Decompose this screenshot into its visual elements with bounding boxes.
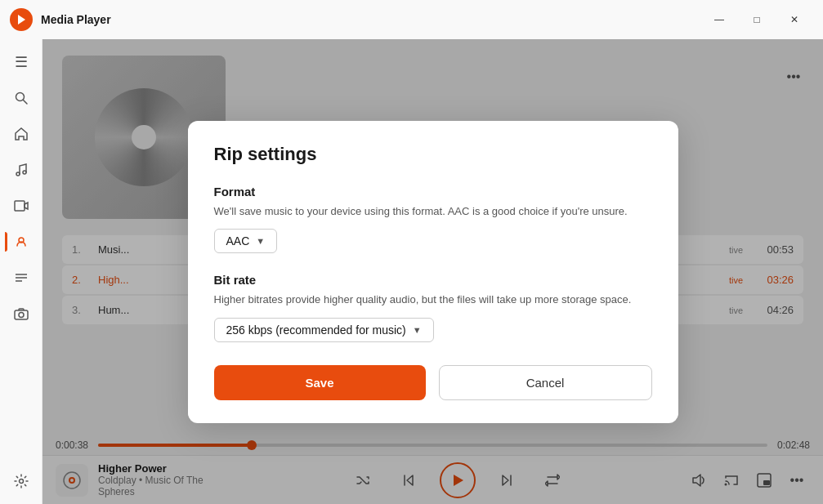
maximize-button[interactable]: □	[738, 7, 776, 33]
format-dropdown-arrow: ▼	[256, 236, 265, 246]
camera-icon	[14, 306, 29, 321]
search-icon	[14, 91, 29, 105]
format-select[interactable]: AAC ▼	[214, 229, 278, 253]
sidebar-item-hamburger[interactable]: ☰	[5, 46, 38, 78]
cancel-button[interactable]: Cancel	[439, 365, 652, 400]
sidebar-item-camera[interactable]	[5, 297, 38, 330]
modal-title: Rip settings	[214, 144, 652, 165]
window-controls: — □ ✕	[700, 7, 813, 33]
modal-actions: Save Cancel	[214, 365, 652, 400]
sidebar-item-search[interactable]	[5, 82, 38, 114]
rip-settings-modal: Rip settings Format We'll save music to …	[188, 121, 678, 423]
close-button[interactable]: ✕	[776, 7, 813, 33]
video-icon	[14, 198, 29, 213]
save-button[interactable]: Save	[214, 365, 426, 400]
app-title: Media Player	[41, 13, 700, 26]
svg-point-11	[19, 313, 24, 318]
bitrate-selected-value: 256 kbps (recommended for music)	[226, 323, 406, 337]
app-logo	[10, 8, 33, 31]
podcasts-icon	[14, 234, 29, 249]
bitrate-label: Bit rate	[214, 273, 652, 287]
svg-line-2	[23, 100, 27, 105]
minimize-button[interactable]: —	[700, 7, 738, 33]
svg-point-12	[19, 479, 23, 484]
sidebar-item-settings[interactable]	[5, 465, 38, 497]
bitrate-description: Higher bitrates provide higher quality a…	[214, 292, 652, 308]
content-area: Music Of The Spheres ••• 1. Musi... tive…	[42, 39, 823, 504]
svg-marker-0	[18, 15, 25, 25]
sidebar-item-music[interactable]	[5, 154, 38, 186]
svg-rect-5	[15, 201, 25, 211]
format-description: We'll save music to your device using th…	[214, 203, 652, 220]
format-selected-value: AAC	[226, 234, 250, 248]
music-icon	[14, 163, 29, 177]
settings-icon	[14, 474, 29, 488]
app-window: Media Player — □ ✕ ☰	[0, 0, 823, 504]
home-icon	[14, 127, 29, 141]
sidebar-item-playlist[interactable]	[5, 261, 38, 294]
playlist-icon	[14, 270, 29, 285]
svg-point-3	[16, 172, 20, 176]
main-body: ☰	[0, 39, 823, 504]
sidebar: ☰	[0, 39, 42, 504]
format-label: Format	[214, 185, 652, 198]
bitrate-dropdown-arrow: ▼	[413, 325, 422, 335]
modal-overlay: Rip settings Format We'll save music to …	[42, 39, 823, 504]
logo-icon	[15, 13, 28, 26]
sidebar-item-video[interactable]	[5, 190, 38, 222]
svg-rect-10	[15, 310, 28, 319]
sidebar-item-podcasts[interactable]	[5, 225, 38, 258]
sidebar-item-home[interactable]	[5, 118, 38, 150]
title-bar: Media Player — □ ✕	[0, 0, 823, 39]
bitrate-select[interactable]: 256 kbps (recommended for music) ▼	[214, 318, 434, 342]
svg-point-4	[23, 171, 26, 174]
